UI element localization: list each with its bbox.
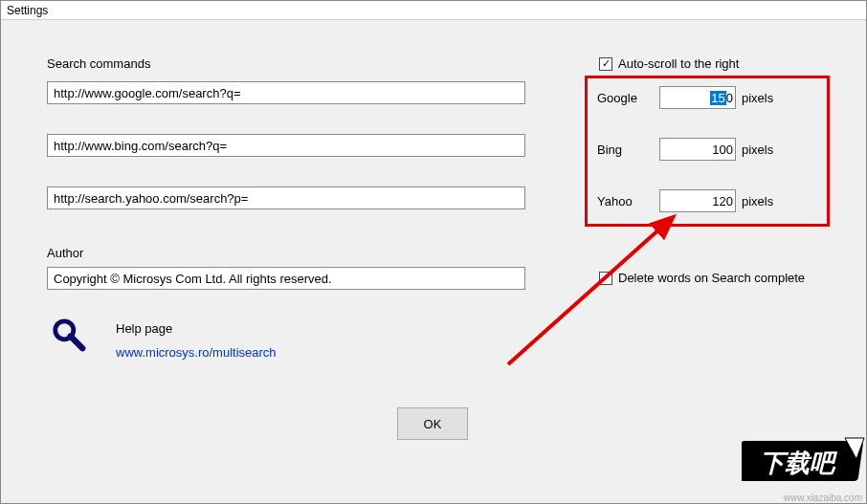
google-pixel-label: Google (597, 91, 659, 105)
bing-url-input[interactable] (47, 134, 525, 157)
help-page-link[interactable]: www.microsys.ro/multisearch (116, 345, 277, 360)
magnifier-icon (51, 317, 87, 356)
svg-marker-5 (845, 438, 864, 459)
bing-pixel-label: Bing (597, 142, 659, 157)
ok-button[interactable]: OK (397, 407, 468, 440)
google-pixel-row: Google 150 pixels (597, 86, 815, 109)
bing-pixel-input[interactable] (659, 138, 736, 161)
svg-line-1 (71, 337, 83, 349)
checkmark-icon: ✓ (599, 272, 612, 285)
watermark-url: www.xiazaiba.com (784, 493, 862, 503)
yahoo-pixel-label: Yahoo (597, 194, 659, 208)
settings-window: Settings Search commands Author Help pag… (0, 0, 867, 504)
google-pixel-input[interactable]: 150 (659, 86, 736, 109)
delete-words-checkbox[interactable]: ✓ Delete words on Search complete (599, 271, 805, 285)
search-commands-label: Search commands (47, 56, 150, 71)
yahoo-pixel-unit: pixels (742, 194, 773, 208)
auto-scroll-label: Auto-scroll to the right (618, 56, 739, 71)
bing-pixel-unit: pixels (742, 142, 773, 157)
yahoo-pixel-input[interactable] (659, 189, 736, 212)
delete-words-label: Delete words on Search complete (618, 271, 805, 285)
author-input[interactable] (47, 267, 525, 290)
yahoo-pixel-row: Yahoo pixels (597, 189, 815, 212)
content-area: Search commands Author Help page www.mic… (1, 20, 866, 503)
help-page-label: Help page (116, 321, 172, 336)
yahoo-url-input[interactable] (47, 186, 525, 209)
title-bar: Settings (1, 1, 866, 20)
google-pixel-unit: pixels (742, 91, 773, 105)
window-title: Settings (7, 4, 48, 17)
annotation-arrow (479, 202, 728, 383)
auto-scroll-checkbox[interactable]: ✓ Auto-scroll to the right (599, 56, 739, 71)
svg-rect-3 (742, 441, 863, 481)
author-label: Author (47, 246, 83, 260)
svg-text:下载吧: 下载吧 (760, 449, 838, 477)
watermark-logo: 下载吧 (742, 436, 866, 493)
svg-line-2 (508, 219, 671, 364)
bing-pixel-row: Bing pixels (597, 138, 815, 161)
pixel-settings-group: Google 150 pixels Bing pixels Yahoo pixe… (585, 76, 830, 227)
google-url-input[interactable] (47, 81, 525, 104)
checkmark-icon: ✓ (599, 57, 612, 71)
